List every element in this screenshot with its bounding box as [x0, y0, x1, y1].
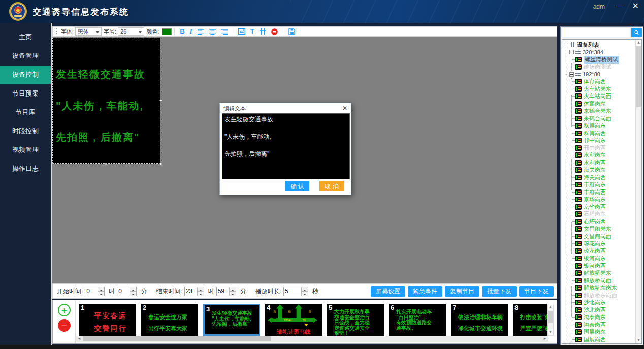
duration-input[interactable]: 5 [283, 287, 308, 296]
device-search-input[interactable] [562, 28, 630, 37]
device-node[interactable]: 来鹤台岗东 [572, 108, 635, 115]
action-button-批量下发[interactable]: 批量下发 [482, 286, 517, 297]
device-node[interactable]: 市府岗西 [572, 188, 635, 196]
bold-button[interactable]: B [180, 27, 184, 36]
resize-handle[interactable] [105, 163, 107, 165]
device-node[interactable]: 文昌阁岗东 [572, 226, 635, 233]
close-button[interactable]: ✕ [632, 2, 639, 11]
program-thumbnail-1[interactable]: 1平安春运交警同行 [79, 304, 136, 336]
device-node[interactable]: 国展岗东 [572, 329, 635, 336]
device-node[interactable]: 鸿泰岗西 [572, 321, 635, 329]
program-thumbnail-6[interactable]: 6扎实开展电动车"百日整治"，有效预防道路交通事故。 [389, 304, 446, 336]
frame-layout-button[interactable] [260, 28, 266, 35]
device-node[interactable]: 石塔岗东 [572, 211, 635, 218]
remove-program-button[interactable]: − [58, 319, 71, 332]
action-button-节目下发[interactable]: 节目下发 [519, 286, 554, 297]
insert-image-button[interactable] [238, 28, 245, 35]
device-group-320*384[interactable]: 320*384 [566, 49, 635, 56]
device-node[interactable]: 解放桥东岗东 [572, 284, 635, 292]
spinner-arrows[interactable] [301, 287, 308, 296]
tree-root[interactable]: 设备列表 [564, 41, 635, 49]
device-node[interactable]: 海关岗东 [572, 167, 635, 174]
device-node[interactable]: 邗中岗东 [572, 137, 635, 145]
sidebar-item-节目库[interactable]: 节目库 [0, 103, 51, 121]
horizontal-scrollbar[interactable]: ◂ ▸ [76, 336, 548, 342]
device-node[interactable]: 解放桥岗西 [572, 277, 635, 284]
scrollbar-thumb[interactable] [548, 311, 553, 323]
scroll-up-icon[interactable]: ▲ [548, 304, 553, 310]
device-node[interactable]: 来鹤台岗西 [572, 115, 635, 122]
program-thumbnail-8[interactable]: 8打击改装"炸街"严查严惩"机动 [513, 304, 548, 336]
led-preview[interactable]: 发生轻微交通事故"人未伤，车能动,先拍照，后撤离" [52, 38, 160, 164]
action-button-屏幕设置[interactable]: 屏幕设置 [371, 286, 405, 297]
device-node[interactable]: 京华岗西 [572, 203, 635, 211]
collapse-toggle-icon[interactable] [569, 72, 574, 77]
device-node[interactable]: 石塔岗西 [572, 218, 635, 226]
scrollbar-thumb[interactable] [636, 46, 641, 107]
device-node[interactable]: 琼花岗西 [572, 247, 635, 255]
start-hour-input[interactable]: 0 [85, 287, 105, 296]
scroll-down-icon[interactable]: ▼ [636, 337, 641, 343]
spinner-arrows[interactable] [197, 287, 204, 296]
scroll-up-icon[interactable]: ▲ [636, 40, 641, 46]
device-node[interactable]: 火车站岗东 [572, 85, 635, 93]
font-select[interactable]: 黑体 [75, 27, 102, 36]
color-swatch[interactable] [162, 28, 172, 35]
edit-canvas[interactable]: 发生轻微交通事故"人未伤，车能动,先拍照，后撤离" 编辑文本 ✕ 发生轻微交通事… [52, 37, 557, 283]
sidebar-item-主页[interactable]: 主页 [0, 28, 51, 46]
tree-scrollbar[interactable]: ▲ ▼ [635, 40, 641, 343]
user-name[interactable]: adm [593, 3, 605, 10]
sidebar-item-视频管理[interactable]: 视频管理 [0, 141, 51, 159]
action-button-紧急事件[interactable]: 紧急事件 [408, 286, 442, 297]
sidebar-item-节目预案[interactable]: 节目预案 [0, 84, 51, 103]
device-node[interactable]: 水利岗西 [572, 159, 635, 167]
search-button[interactable] [631, 28, 642, 37]
align-left-button[interactable] [198, 29, 204, 35]
program-thumbnail-3[interactable]: 3发生轻微交通事故"人未伤，车能动,先拍照，后撤离" [203, 304, 260, 336]
device-node[interactable]: 银河岗东 [572, 255, 635, 263]
save-button[interactable] [288, 28, 295, 35]
scroll-left-icon[interactable]: ◂ [76, 336, 82, 342]
device-node[interactable]: 体育岗东 [572, 100, 635, 108]
program-thumbnail-4[interactable]: 4183439路路路请礼让斑马线 [265, 304, 322, 336]
device-group-192*80[interactable]: 192*80 [566, 71, 635, 78]
program-thumbnail-7[interactable]: 7依法治理非标车辆净化城市交通环境 [451, 304, 508, 336]
device-node[interactable]: 海关岗西 [572, 174, 635, 181]
sidebar-item-设备控制[interactable]: 设备控制 [0, 66, 51, 84]
dialog-textarea[interactable]: 发生轻微交通事故 "人未伤，车能动, 先拍照，后撤离" [222, 113, 350, 179]
spinner-arrows[interactable] [229, 287, 236, 296]
device-node[interactable]: 螺丝湾桥测试 [572, 56, 635, 64]
device-node[interactable]: 市府岗东 [572, 181, 635, 189]
device-node[interactable]: 解放桥岗东 [572, 270, 635, 277]
end-hour-input[interactable]: 23 [184, 287, 204, 296]
collapse-toggle-icon[interactable] [564, 43, 568, 47]
cancel-button[interactable]: 取 消 [319, 181, 344, 191]
device-node[interactable]: 国展岗西 [572, 336, 635, 343]
scroll-down-icon[interactable]: ▼ [548, 329, 553, 335]
align-right-button[interactable] [221, 29, 228, 35]
program-thumbnail-2[interactable]: 2春运安全连万家出行平安靠大家 [141, 304, 198, 336]
device-node[interactable]: 琼花岗东 [572, 240, 635, 248]
add-program-button[interactable]: + [58, 304, 71, 316]
scrollbar-thumb[interactable] [83, 336, 271, 341]
size-select[interactable]: 26 [118, 27, 144, 36]
device-node[interactable]: 维扬岗测试 [572, 64, 635, 71]
action-button-复制节目[interactable]: 复制节目 [445, 286, 479, 297]
dialog-close-icon[interactable]: ✕ [342, 105, 347, 112]
vertical-scrollbar[interactable]: ▲ ▼ [547, 304, 554, 336]
device-node[interactable]: 体育岗西 [572, 78, 635, 86]
device-node[interactable]: 解放桥东岗西 [572, 292, 635, 299]
italic-button[interactable]: I [190, 27, 192, 36]
device-node[interactable]: 火车站岗西 [572, 93, 635, 101]
device-node[interactable]: 双博岗东 [572, 122, 635, 130]
device-node[interactable]: 邗中岗西 [572, 144, 635, 152]
device-node[interactable]: 鸿泰岗东 [572, 314, 635, 322]
start-minute-input[interactable]: 0 [117, 287, 137, 296]
device-node[interactable]: 京华岗东 [572, 196, 635, 204]
resize-handle[interactable] [159, 163, 162, 165]
sidebar-item-时段控制[interactable]: 时段控制 [0, 122, 51, 140]
resize-handle[interactable] [159, 99, 162, 102]
confirm-button[interactable]: 确 认 [285, 181, 309, 191]
delete-button[interactable] [271, 28, 278, 35]
device-node[interactable]: 沙北岗西 [572, 306, 635, 314]
